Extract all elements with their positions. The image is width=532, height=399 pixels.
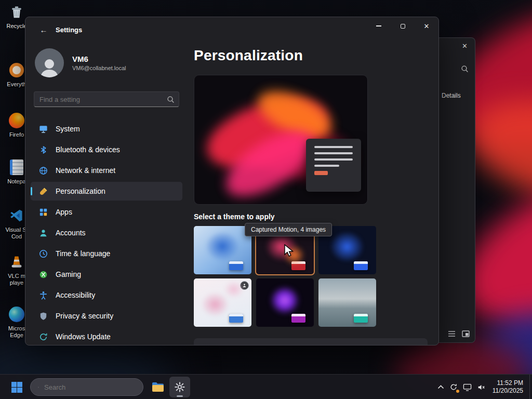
sidebar-item-label: Bluetooth & devices [56, 145, 120, 154]
shield-icon [38, 311, 48, 321]
accessibility-person-icon [38, 290, 48, 300]
next-section-card-edge [194, 338, 428, 345]
start-button[interactable] [6, 377, 27, 397]
theme-tooltip: Captured Motion, 4 images [245, 223, 332, 236]
sidebar-item-label: Privacy & security [56, 312, 113, 320]
taskbar-search-input[interactable] [44, 383, 136, 391]
notepad-icon [8, 158, 25, 176]
file-explorer-button[interactable] [148, 377, 168, 397]
person-icon [38, 228, 48, 238]
apps-grid-icon [38, 207, 48, 217]
vlc-icon [8, 253, 25, 271]
everything-icon [8, 61, 25, 79]
sidebar-item-label: Accessibility [56, 291, 95, 299]
settings-app-button[interactable] [169, 377, 190, 397]
user-email: VM6@collabnet.local [72, 65, 126, 71]
globe-icon [38, 165, 48, 176]
close-icon[interactable]: ✕ [462, 42, 468, 50]
avatar [35, 48, 64, 77]
view-toggles [448, 330, 470, 337]
sidebar-item-privacy-security[interactable]: Privacy & security [31, 307, 182, 325]
theme-tile-4[interactable] [194, 278, 251, 327]
sidebar-item-label: Windows Update [56, 332, 111, 341]
clock-time: 11:52 PM [493, 379, 523, 387]
clock-icon [38, 248, 48, 259]
maximize-icon [401, 24, 405, 29]
theme-preview-image [194, 75, 368, 205]
clock-date: 11/20/2025 [493, 387, 523, 395]
sidebar-item-bluetooth-devices[interactable]: Bluetooth & devices [31, 140, 182, 159]
sidebar-item-accounts[interactable]: Accounts [31, 223, 182, 242]
system-icon [38, 124, 48, 134]
sidebar-item-label: Apps [56, 208, 72, 216]
theme-tile-5[interactable] [256, 278, 314, 327]
tray-chevron-up-icon[interactable] [435, 377, 447, 397]
sidebar-item-apps[interactable]: Apps [31, 203, 182, 221]
back-button[interactable]: ← [38, 24, 49, 35]
gear-icon [174, 381, 185, 393]
sidebar-item-time-language[interactable]: Time & language [31, 244, 182, 263]
theme-accent-window [229, 261, 243, 270]
user-name: VM6 [72, 55, 126, 63]
thumbnail-view-icon[interactable] [462, 330, 470, 337]
sidebar-item-windows-update[interactable]: Windows Update [31, 327, 182, 345]
theme-tile-6[interactable] [318, 278, 376, 327]
preview-text-line [314, 158, 353, 161]
update-arrows-icon [38, 331, 48, 342]
user-profile[interactable]: VM6 VM6@collabnet.local [35, 48, 126, 77]
close-button[interactable]: ✕ [415, 17, 438, 35]
system-tray: 11:52 PM 11/20/2025 [435, 375, 532, 399]
theme-accent-window [229, 314, 243, 323]
window-title: Settings [56, 26, 82, 34]
taskbar-clock[interactable]: 11:52 PM 11/20/2025 [488, 379, 529, 395]
desktop: Recycle Everyth Firefo Notepa Visual St … [0, 0, 532, 399]
sidebar-item-network-internet[interactable]: Network & internet [31, 161, 182, 180]
tray-volume-icon[interactable] [474, 377, 488, 397]
sidebar-item-label: Personalization [56, 187, 105, 195]
edge-icon [8, 305, 25, 323]
taskbar-search-box[interactable] [30, 378, 143, 396]
settings-nav: System Bluetooth & devices Network & int… [31, 119, 182, 345]
show-desktop-button[interactable] [529, 375, 532, 399]
user-text: VM6 VM6@collabnet.local [72, 55, 126, 71]
theme-accent-window [354, 261, 368, 270]
theme-accent-window [291, 261, 305, 270]
theme-section-label: Select a theme to apply [194, 212, 275, 221]
sidebar-item-label: Gaming [56, 270, 81, 278]
xbox-icon [38, 269, 48, 280]
theme-accent-window [354, 314, 368, 323]
mouse-cursor [284, 244, 294, 258]
sidebar-item-label: System [56, 125, 80, 133]
preview-text-line [314, 146, 353, 148]
search-icon [38, 383, 39, 391]
minimize-button[interactable] [367, 17, 391, 35]
tray-display-icon[interactable] [460, 377, 474, 397]
search-icon[interactable] [461, 65, 469, 75]
personalization-brush-icon [38, 186, 48, 196]
sidebar-item-gaming[interactable]: Gaming [31, 265, 182, 284]
preview-text-line [314, 165, 339, 167]
settings-search-box[interactable] [34, 91, 179, 107]
list-view-icon[interactable] [448, 330, 456, 337]
maximize-button[interactable] [391, 17, 415, 35]
theme-tile-1[interactable] [194, 226, 251, 274]
sidebar-item-system[interactable]: System [31, 119, 182, 138]
sidebar-item-personalization[interactable]: Personalization [31, 182, 182, 201]
background-window: ✕ Details [435, 37, 475, 343]
sidebar-item-label: Network & internet [56, 166, 115, 175]
settings-search-input[interactable] [39, 96, 167, 103]
sync-badge [456, 390, 459, 393]
settings-window: ← Settings ✕ VM6 VM6@collabnet.local [25, 17, 439, 345]
sidebar-item-label: Time & language [56, 249, 110, 258]
titlebar: ← Settings ✕ [25, 17, 438, 42]
theme-info-badge-icon [240, 281, 249, 290]
folder-icon [151, 381, 165, 393]
theme-accent-window [291, 314, 305, 323]
recycle-bin-icon [8, 3, 25, 21]
details-label: Details [442, 92, 461, 99]
sidebar-item-accessibility[interactable]: Accessibility [31, 286, 182, 304]
taskbar: 11:52 PM 11/20/2025 [0, 374, 532, 399]
tray-sync-icon[interactable] [447, 377, 460, 397]
sidebar-item-label: Accounts [56, 229, 86, 237]
firefox-icon [8, 112, 25, 129]
